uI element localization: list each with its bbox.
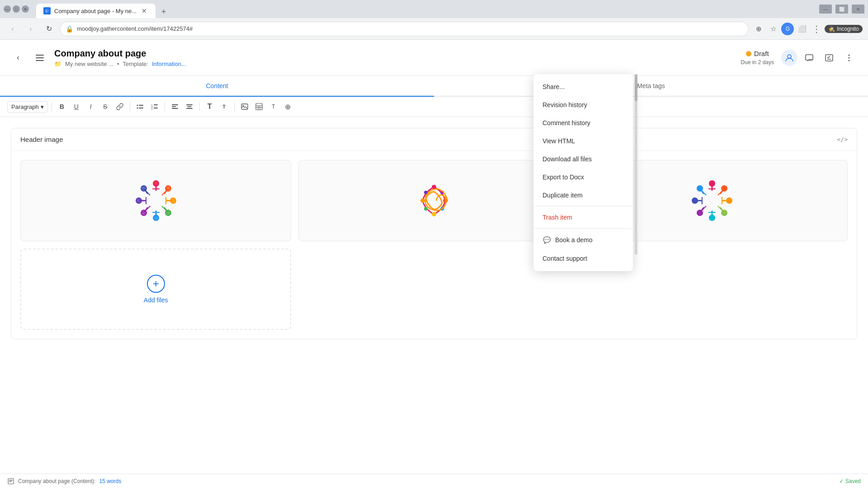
dropdown-item-download-all-files[interactable]: Download all files [533, 150, 633, 168]
svg-rect-7 [826, 55, 833, 61]
content-tab[interactable]: Content [0, 76, 434, 97]
svg-rect-3 [36, 57, 44, 58]
close-button[interactable]: ✕ [22, 5, 29, 13]
align-left-button[interactable] [169, 100, 181, 113]
meta-tags-tab[interactable]: Meta tags [434, 76, 868, 97]
svg-point-14 [137, 108, 138, 109]
status-dot [746, 51, 751, 56]
check-icon: ✓ [839, 478, 844, 484]
toolbar-divider-3 [165, 102, 165, 111]
meta-separator: • [117, 61, 119, 67]
svg-rect-99 [9, 481, 12, 482]
new-tab-button[interactable]: + [157, 5, 170, 18]
tab-close-button[interactable]: ✕ [140, 7, 148, 15]
forward-button[interactable]: › [24, 22, 38, 36]
dropdown-item-revision-history[interactable]: Revision history [533, 96, 633, 114]
underline-button[interactable]: U [70, 100, 83, 113]
dropdown-item-contact-support[interactable]: Contact support [533, 249, 633, 267]
download-all-files-label: Download all files [542, 155, 592, 163]
format-T-button[interactable]: T [203, 100, 216, 113]
incognito-badge: 🕵 Incognito [825, 25, 863, 33]
scrollbar-thumb[interactable] [635, 74, 637, 101]
book-a-demo-icon: 💬 [542, 236, 551, 244]
scrollbar-track[interactable] [635, 74, 637, 255]
dropdown-item-view-html[interactable]: View HTML [533, 132, 633, 150]
svg-rect-23 [186, 104, 193, 105]
incognito-icon: 🕵 [828, 26, 835, 32]
italic-button[interactable]: I [85, 100, 97, 113]
extensions-puzzle-button[interactable]: ⬜ [796, 23, 808, 35]
svg-rect-13 [139, 105, 143, 106]
status-section: Draft Due in 2 days [741, 50, 774, 66]
dropdown-item-book-a-demo[interactable]: 💬Book a demo [533, 230, 633, 249]
comment-button[interactable] [801, 50, 817, 66]
assign-button[interactable] [781, 50, 797, 66]
code-view-button[interactable]: </> [837, 136, 848, 143]
align-center-button[interactable] [183, 100, 196, 113]
more-toolbar-button[interactable]: ⊕ [282, 100, 294, 113]
tab-navigation: Content Meta tags [0, 76, 868, 97]
svg-rect-2 [36, 55, 44, 56]
back-button[interactable]: ‹ [5, 22, 20, 36]
window-close-button[interactable]: ✕ [852, 5, 864, 14]
active-tab[interactable]: c Company about page - My ne... ✕ [36, 4, 156, 18]
svg-point-11 [849, 60, 850, 61]
dropdown-item-duplicate-item[interactable]: Duplicate item [533, 186, 633, 204]
duplicate-item-label: Duplicate item [542, 192, 583, 199]
format-T-small-button[interactable]: T [218, 100, 231, 113]
svg-rect-25 [186, 108, 193, 109]
back-nav-button[interactable]: ‹ [11, 51, 25, 65]
more-options-button[interactable] [841, 50, 857, 66]
link-button[interactable] [113, 100, 126, 113]
page-title: Company about page [54, 48, 734, 59]
strikethrough-button[interactable]: S [99, 100, 112, 113]
navigation-bar: ‹ › ↻ 🔒 moodjoy.gathercontent.com/item/1… [0, 18, 868, 40]
refresh-button[interactable]: ↻ [42, 22, 56, 36]
share-label: Share... [542, 83, 565, 90]
hamburger-button[interactable] [33, 51, 47, 65]
header-actions [781, 50, 857, 66]
add-files-label: Add files [144, 296, 168, 304]
tab-bar: c Company about page - My ne... ✕ + [36, 0, 170, 18]
image-item-2[interactable] [298, 160, 569, 241]
incognito-label: Incognito [837, 26, 859, 32]
image-item-1[interactable] [20, 160, 291, 241]
export-to-docx-label: Export to Docx [542, 174, 584, 181]
paragraph-label: Paragraph [11, 103, 39, 110]
template-link[interactable]: Information... [152, 61, 186, 67]
svg-text:2.: 2. [151, 107, 154, 110]
dropdown-item-comment-history[interactable]: Comment history [533, 114, 633, 132]
dropdown-item-export-to-docx[interactable]: Export to Docx [533, 168, 633, 186]
embed-button[interactable]: T [267, 100, 280, 113]
paragraph-select[interactable]: Paragraph ▾ [7, 101, 48, 113]
toolbar-divider-4 [199, 102, 200, 111]
page-meta: 📁 My new website ... • Template: Informa… [54, 61, 734, 67]
content-icon [7, 478, 14, 485]
status-bar: Company about page (Content): 15 words ✓… [0, 474, 868, 488]
status-label: Company about page (Content): [18, 478, 95, 484]
dropdown-item-trash-item[interactable]: Trash item [533, 208, 633, 226]
image-button[interactable] [238, 100, 251, 113]
checklist-button[interactable] [821, 50, 837, 66]
paragraph-chevron: ▾ [41, 103, 44, 110]
dropdown-item-share[interactable]: Share... [533, 78, 633, 96]
bookmark-button[interactable]: ☆ [767, 23, 779, 35]
settings-button[interactable]: ⋮ [810, 23, 823, 35]
bold-button[interactable]: B [56, 100, 68, 113]
add-files-button[interactable]: + Add files [20, 249, 291, 330]
svg-rect-28 [256, 103, 262, 110]
browser-controls: — □ ✕ [4, 5, 29, 13]
table-button[interactable] [253, 100, 265, 113]
extensions-button[interactable]: ⊕ [752, 23, 765, 35]
ordered-list-button[interactable]: 1.2. [148, 100, 161, 113]
maximize-button[interactable]: □ [13, 5, 20, 13]
template-prefix: Template: [123, 61, 148, 67]
address-bar[interactable]: 🔒 moodjoy.gathercontent.com/item/1742257… [60, 22, 749, 36]
svg-rect-17 [154, 104, 158, 105]
profile-button[interactable]: G [781, 23, 794, 35]
minimize-button[interactable]: — [4, 5, 11, 13]
unordered-list-button[interactable] [134, 100, 146, 113]
window-minimize-button[interactable]: — [819, 5, 832, 14]
window-restore-button[interactable]: ⬜ [835, 5, 848, 14]
app-header: ‹ Company about page 📁 My new website ..… [0, 40, 868, 76]
